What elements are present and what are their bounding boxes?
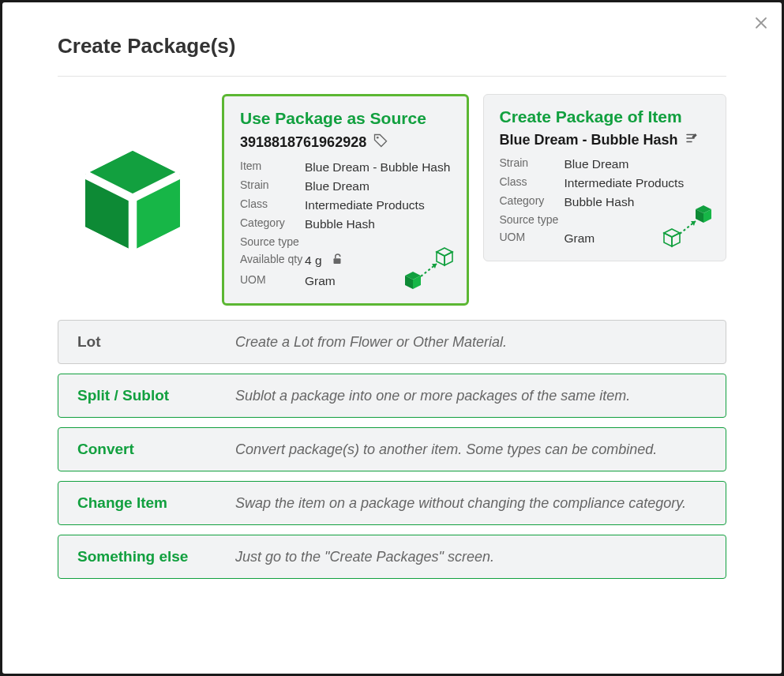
- option-split[interactable]: Split / Sublot Sublot a package into one…: [58, 374, 726, 418]
- label: Source type: [240, 234, 305, 251]
- svg-marker-10: [437, 248, 452, 256]
- option-change-item[interactable]: Change Item Swap the item on a package w…: [58, 481, 726, 525]
- option-label: Change Item: [77, 494, 235, 512]
- source-package-card[interactable]: Use Package as Source 3918818761962928 I…: [222, 94, 469, 306]
- option-desc: Sublot a package into one or more packag…: [235, 385, 630, 406]
- value: Gram: [305, 272, 336, 291]
- option-label: Something else: [77, 548, 235, 565]
- close-icon[interactable]: [755, 15, 767, 32]
- label: Available qty: [240, 251, 305, 272]
- label: Class: [500, 174, 565, 193]
- item-name: Blue Dream - Bubble Hash: [500, 132, 678, 148]
- svg-marker-11: [437, 252, 445, 265]
- label: UOM: [500, 229, 565, 248]
- tag-icon: [373, 133, 388, 152]
- transfer-icon: [659, 202, 716, 253]
- option-desc: Just go to the "Create Packages" screen.: [235, 546, 494, 567]
- option-desc: Swap the item on a package without chang…: [235, 493, 686, 513]
- option-desc: Create a Lot from Flower or Other Materi…: [235, 332, 507, 352]
- option-lot[interactable]: Lot Create a Lot from Flower or Other Ma…: [58, 320, 726, 364]
- svg-marker-12: [445, 252, 452, 265]
- label: Category: [240, 215, 305, 234]
- label: Source type: [500, 212, 565, 229]
- divider: [58, 76, 726, 77]
- value: Gram: [565, 229, 595, 248]
- available-qty-value: 4 g: [305, 254, 322, 267]
- unlock-icon: [330, 252, 344, 272]
- create-packages-modal: Create Package(s) Use Package as Source: [2, 2, 782, 674]
- value: Blue Dream - Bubble Hash: [305, 158, 450, 177]
- modal-title: Create Package(s): [2, 2, 782, 76]
- value: Blue Dream: [305, 177, 369, 196]
- svg-marker-15: [664, 233, 672, 246]
- option-convert[interactable]: Convert Convert package(s) to another it…: [58, 427, 726, 471]
- item-card-title: Create Package of Item: [500, 107, 711, 126]
- label: Strain: [500, 155, 565, 174]
- label: Class: [240, 196, 305, 215]
- label: Item: [240, 158, 305, 177]
- option-desc: Convert package(s) to another item. Some…: [235, 439, 657, 460]
- value: Bubble Hash: [305, 215, 375, 234]
- package-id: 3918818761962928: [240, 134, 366, 151]
- package-icon: [58, 94, 208, 260]
- value: Bubble Hash: [565, 193, 635, 212]
- svg-marker-14: [664, 229, 680, 237]
- option-label: Split / Sublot: [77, 387, 235, 404]
- value: 4 g: [305, 251, 344, 272]
- label: UOM: [240, 272, 305, 291]
- source-card-title: Use Package as Source: [240, 109, 451, 128]
- label: Category: [500, 193, 565, 212]
- label: Strain: [240, 177, 305, 196]
- option-something-else[interactable]: Something else Just go to the "Create Pa…: [58, 535, 726, 579]
- transfer-icon: [400, 245, 457, 295]
- option-label: Convert: [77, 441, 235, 458]
- svg-point-5: [377, 137, 379, 139]
- value: Intermediate Products: [305, 196, 425, 215]
- value: Intermediate Products: [565, 174, 685, 193]
- create-item-card[interactable]: Create Package of Item Blue Dream - Bubb…: [483, 94, 727, 261]
- edit-list-icon: [685, 131, 699, 148]
- svg-marker-16: [672, 233, 680, 246]
- svg-rect-6: [333, 258, 340, 264]
- option-label: Lot: [77, 333, 235, 351]
- value: Blue Dream: [565, 155, 629, 174]
